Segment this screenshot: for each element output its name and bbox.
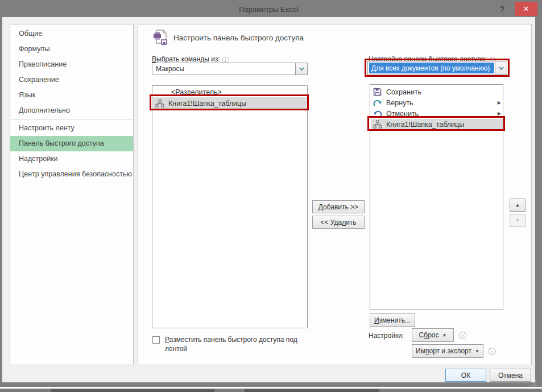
window-title: Параметры Excel xyxy=(239,5,299,14)
import-export-button[interactable]: Импорт и экспорт ▼ xyxy=(412,344,483,358)
help-button[interactable]: ? xyxy=(497,3,508,15)
customize-quick-access-toolbar-icon xyxy=(152,28,168,46)
desktop-strip xyxy=(51,389,214,392)
sidebar-item-quick-access-toolbar[interactable]: Панель быстрого доступа xyxy=(10,136,133,151)
sidebar-divider xyxy=(11,119,133,120)
sidebar-item-addins[interactable]: Надстройки xyxy=(10,151,133,167)
choose-commands-label: В xyxy=(152,55,156,63)
reset-button-label: б xyxy=(424,331,428,339)
customize-qat-combobox[interactable]: Для всех документов (по умолчанию) xyxy=(367,61,507,75)
qat-commands-listbox[interactable]: Сохранить Вернуть ▶ Отменить ▶ Книга1!Ша… xyxy=(370,84,503,310)
choose-commands-value: Макросы xyxy=(156,63,184,75)
show-below-ribbon-checkbox[interactable] xyxy=(152,336,160,344)
list-item-separator[interactable]: <Разделитель> xyxy=(153,87,325,97)
macro-icon xyxy=(155,99,164,108)
modify-button[interactable]: Изменить... xyxy=(370,313,415,327)
add-button-label: обавить >> xyxy=(323,203,358,211)
remove-button[interactable]: << Удалить xyxy=(312,216,365,229)
import-export-label: орт и экспорт xyxy=(429,347,471,355)
show-below-ribbon-label: Разместить панель быстрого доступа под л… xyxy=(165,335,308,353)
sidebar-item-save[interactable]: Сохранение xyxy=(10,72,133,88)
undo-icon xyxy=(373,109,382,118)
reset-button-label: рос xyxy=(428,331,438,339)
reset-button[interactable]: Сброс ▼ xyxy=(412,328,454,342)
show-below-ribbon-label: Р xyxy=(165,336,169,344)
settings-label: Настройки: xyxy=(369,332,404,340)
move-down-button[interactable]: ▼ xyxy=(510,214,526,227)
down-arrow-icon: ▼ xyxy=(515,218,520,223)
submenu-arrow-icon[interactable]: ▶ xyxy=(498,111,501,116)
info-icon xyxy=(459,332,466,339)
customize-qat-value: Для всех документов (по умолчанию) xyxy=(369,63,494,73)
help-icon: ? xyxy=(500,5,504,14)
cancel-button[interactable]: Отмена xyxy=(490,369,531,382)
modify-button-label: И xyxy=(374,316,379,324)
sidebar-item-advanced[interactable]: Дополнительно xyxy=(10,103,133,118)
show-below-ribbon-label: азместить панель быстрого доступа под ле… xyxy=(165,336,297,353)
macro-icon xyxy=(373,120,382,129)
sidebar-item-formulas[interactable]: Формулы xyxy=(10,42,133,57)
add-button[interactable]: Добавить >> xyxy=(312,200,365,213)
dropdown-caret-icon: ▼ xyxy=(475,349,479,354)
sidebar-item-trust-center[interactable]: Центр управления безопасностью xyxy=(10,167,133,182)
list-item-macro[interactable]: Книга1!Шапка_таблицы xyxy=(371,119,503,130)
list-item-label: Отменить xyxy=(386,110,419,118)
list-item-redo[interactable]: Вернуть ▶ xyxy=(371,97,503,108)
list-item-label: <Разделитель> xyxy=(171,88,222,96)
redo-icon xyxy=(373,98,382,108)
reset-button-label: С xyxy=(419,331,424,339)
list-item-label: Книга1!Шапка_таблицы xyxy=(168,100,246,108)
sidebar-item-language[interactable]: Язык xyxy=(10,88,133,103)
dropdown-caret-icon: ▼ xyxy=(442,333,446,338)
list-item-macro[interactable]: Книга1!Шапка_таблицы xyxy=(153,97,307,109)
remove-button-label: л xyxy=(342,218,346,226)
sidebar-item-proofing[interactable]: Правописание xyxy=(10,57,133,72)
resize-grip-icon[interactable] xyxy=(530,379,537,386)
close-icon: ✕ xyxy=(523,5,529,13)
dropdown-arrow-icon[interactable] xyxy=(495,61,507,75)
sidebar-item-general[interactable]: Общие xyxy=(10,26,133,42)
list-item-label: Вернуть xyxy=(386,99,413,107)
close-button[interactable]: ✕ xyxy=(515,2,537,16)
remove-button-label: ить xyxy=(346,218,356,226)
choose-commands-combobox[interactable]: Макросы xyxy=(152,63,308,75)
info-icon xyxy=(489,348,496,355)
remove-button-label: << Уда xyxy=(320,218,342,226)
desktop-strip xyxy=(245,389,379,392)
list-item-label: Книга1!Шапка_таблицы xyxy=(386,121,464,129)
commands-listbox[interactable]: <Разделитель> Книга1!Шапка_таблицы xyxy=(152,85,308,328)
add-button-label: Д xyxy=(318,203,323,211)
import-export-label: Им xyxy=(416,347,425,355)
page-title: Настроить панель быстрого доступа xyxy=(173,34,304,42)
list-item-undo[interactable]: Отменить ▶ xyxy=(371,108,503,119)
choose-commands-label: ыбрать команды из: xyxy=(156,55,220,63)
ok-button[interactable]: ОК xyxy=(445,369,486,382)
list-item-label: Сохранить xyxy=(386,88,421,96)
list-item-save[interactable]: Сохранить xyxy=(371,86,503,97)
move-up-button[interactable]: ▲ xyxy=(510,199,526,212)
up-arrow-icon: ▲ xyxy=(515,203,520,208)
save-icon xyxy=(373,88,382,97)
titlebar[interactable]: Параметры Excel xyxy=(2,2,535,17)
dropdown-arrow-icon[interactable] xyxy=(295,63,307,75)
sidebar-item-customize-ribbon[interactable]: Настроить ленту xyxy=(10,121,133,136)
submenu-arrow-icon[interactable]: ▶ xyxy=(498,100,501,105)
modify-button-label: зменить... xyxy=(379,316,411,324)
